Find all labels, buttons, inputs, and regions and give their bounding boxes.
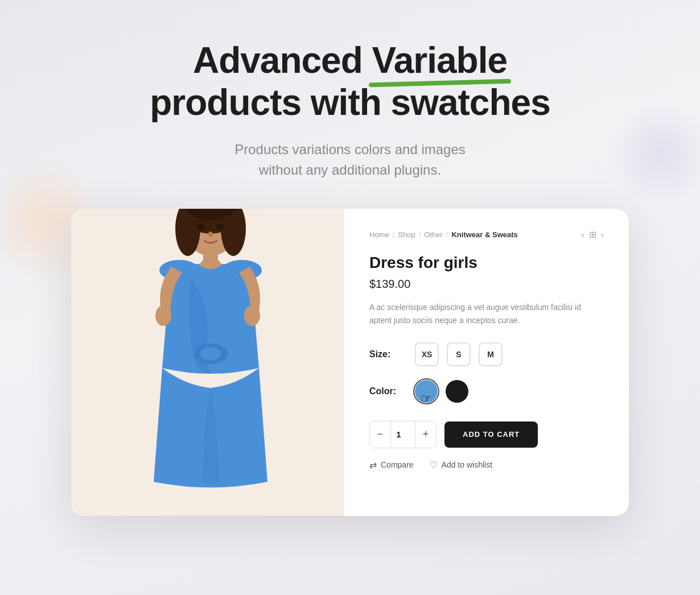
heart-icon: ♡ <box>430 460 438 470</box>
size-label: Size: <box>369 349 403 360</box>
grid-view-icon[interactable]: ⊞ <box>589 229 596 240</box>
hero-background: Advanced Variable products with swatches… <box>0 0 700 595</box>
add-to-cart-button[interactable]: ADD TO CART <box>444 422 538 448</box>
size-m[interactable]: M <box>479 342 503 366</box>
size-s[interactable]: S <box>447 342 471 366</box>
color-row: Color: ☞ <box>369 380 604 403</box>
qty-input[interactable] <box>390 422 415 448</box>
wishlist-label: Add to wishlist <box>442 460 492 469</box>
color-swatch-black[interactable] <box>446 380 468 403</box>
main-title: Advanced Variable products with swatches <box>150 40 550 123</box>
next-product-icon[interactable]: › <box>601 230 604 240</box>
product-title: Dress for girls <box>369 254 604 272</box>
color-label: Color: <box>369 386 403 396</box>
breadcrumb-shop[interactable]: Shop <box>398 230 415 239</box>
svg-point-11 <box>200 347 221 361</box>
bottom-actions: ⇄ Compare ♡ Add to wishlist <box>369 460 604 470</box>
cart-row: − + ADD TO CART <box>369 421 604 448</box>
size-xs[interactable]: XS <box>415 342 439 366</box>
product-card-container: Home / Shop / Other / Knitwear & Sweats … <box>71 209 629 516</box>
header-section: Advanced Variable products with swatches… <box>150 0 550 197</box>
svg-point-9 <box>244 305 260 326</box>
wishlist-link[interactable]: ♡ Add to wishlist <box>430 460 492 470</box>
size-row: Size: XS S M <box>369 342 604 366</box>
quantity-control: − + <box>369 421 437 448</box>
breadcrumb-home[interactable]: Home <box>369 230 389 239</box>
color-options: ☞ <box>415 380 468 403</box>
title-part1: Advanced <box>193 40 372 81</box>
breadcrumb-sep2: / <box>419 230 421 239</box>
compare-link[interactable]: ⇄ Compare <box>369 460 414 470</box>
model-figure <box>71 209 344 516</box>
prev-product-icon[interactable]: ‹ <box>581 230 584 240</box>
product-info: Home / Shop / Other / Knitwear & Sweats … <box>344 209 629 516</box>
product-description: A ac scelerisque adipiscing a vel augue … <box>369 301 604 327</box>
color-swatch-blue[interactable]: ☞ <box>415 380 438 403</box>
qty-decrease-button[interactable]: − <box>370 422 390 448</box>
product-price: $139.00 <box>369 278 604 291</box>
breadcrumb-sep1: / <box>393 230 395 239</box>
cursor-hand-icon: ☞ <box>421 391 432 406</box>
title-part2: products with swatches <box>150 82 550 123</box>
product-image-area <box>71 209 344 516</box>
subtitle-line1: Products variations colors and images <box>234 142 466 157</box>
breadcrumb-other[interactable]: Other <box>424 230 443 239</box>
svg-point-8 <box>155 305 171 326</box>
breadcrumb: Home / Shop / Other / Knitwear & Sweats … <box>369 229 604 240</box>
size-options: XS S M <box>415 342 503 366</box>
compare-icon: ⇄ <box>369 460 377 470</box>
breadcrumb-sep3: / <box>446 230 448 239</box>
product-card: Home / Shop / Other / Knitwear & Sweats … <box>71 209 629 516</box>
svg-point-13 <box>216 224 224 230</box>
product-nav: ‹ ⊞ › <box>581 229 604 240</box>
subtitle: Products variations colors and images wi… <box>150 139 550 180</box>
compare-label: Compare <box>381 460 414 469</box>
svg-point-12 <box>197 224 205 230</box>
breadcrumb-current[interactable]: Knitwear & Sweats <box>451 230 517 239</box>
qty-increase-button[interactable]: + <box>415 422 436 448</box>
model-svg <box>100 209 316 516</box>
subtitle-line2: without any additional plugins. <box>259 162 441 177</box>
svg-point-14 <box>208 232 213 237</box>
title-highlight: Variable <box>372 40 508 82</box>
bg-decoration-right <box>609 102 700 205</box>
